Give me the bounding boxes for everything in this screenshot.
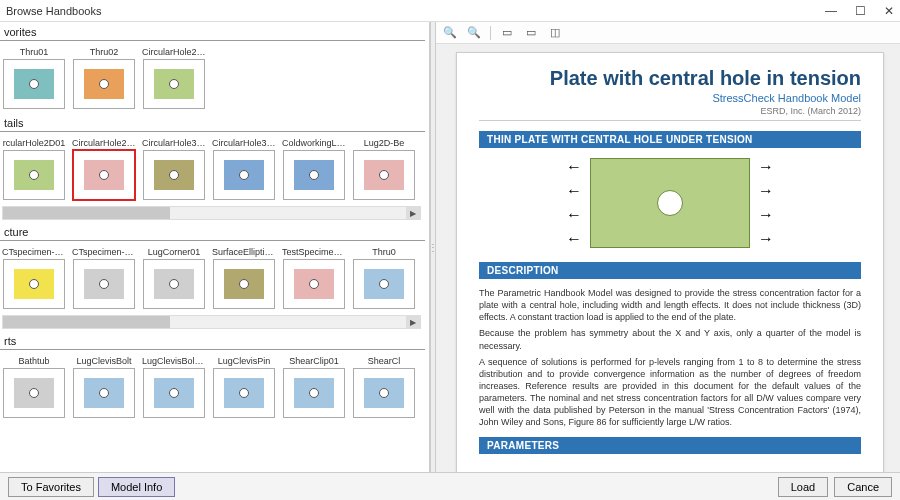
preview-pane: 🔍 🔍 ▭ ▭ ◫ Plate with central hole in ten… [436, 22, 900, 472]
arrow-left-icon: ← [566, 183, 582, 199]
close-button[interactable]: ✕ [884, 4, 894, 18]
section-heading-3: PARAMETERS [479, 437, 861, 454]
handbook-thumb[interactable]: CircularHole2D02 [72, 138, 136, 200]
thumb-image [283, 150, 345, 200]
handbook-thumb[interactable]: TestSpecimen01 [282, 247, 346, 309]
handbook-thumb[interactable]: Thru02 [72, 47, 136, 109]
handbook-thumb[interactable]: CircularHole3D02 [212, 138, 276, 200]
handbook-thumb[interactable]: Thru01 [2, 47, 66, 109]
thumb-label: TestSpecimen01 [282, 247, 346, 257]
arrow-right-icon: → [758, 159, 774, 175]
model-info-button[interactable]: Model Info [98, 477, 175, 497]
handbook-thumb[interactable]: CircularHole3D01 [142, 138, 206, 200]
thumb-image [73, 368, 135, 418]
handbook-thumb[interactable]: CTspecimen-2D [2, 247, 66, 309]
thumb-label: rcularHole2D01 [2, 138, 66, 148]
doc-subtitle: StressCheck Handbook Model [479, 92, 861, 104]
to-favorites-button[interactable]: To Favorites [8, 477, 94, 497]
handbook-thumb[interactable]: LugCorner01 [142, 247, 206, 309]
thumb-image [143, 368, 205, 418]
handbook-thumb[interactable]: CircularHole2D01 [142, 47, 206, 109]
handbook-thumb[interactable]: LugClevisPin [212, 356, 276, 418]
section-fracture: cture [0, 224, 425, 241]
minimize-button[interactable]: — [825, 4, 837, 18]
document-scroll[interactable]: Plate with central hole in tension Stres… [436, 44, 900, 472]
handbook-browser: vorites Thru01Thru02CircularHole2D01 tai… [0, 22, 430, 472]
section-heading-2: DESCRIPTION [479, 262, 861, 279]
fit-width-icon[interactable]: ▭ [523, 25, 539, 41]
handbook-thumb[interactable]: ColdworkingLug [282, 138, 346, 200]
thumb-label: LugClevisBolt [72, 356, 136, 366]
handbook-thumb[interactable]: Lug2D-Be [352, 138, 416, 200]
thumb-label: CTspecimen-2D [2, 247, 66, 257]
handbook-thumb[interactable]: LugClevisBolt [72, 356, 136, 418]
footer-bar: To Favorites Model Info Load Cance [0, 472, 900, 500]
arrow-right-icon: → [758, 207, 774, 223]
fit-page-icon[interactable]: ▭ [499, 25, 515, 41]
zoom-in-icon[interactable]: 🔍 [442, 25, 458, 41]
arrow-left-icon: ← [566, 159, 582, 175]
zoom-out-icon[interactable]: 🔍 [466, 25, 482, 41]
load-button[interactable]: Load [778, 477, 828, 497]
arrow-left-icon: ← [566, 231, 582, 247]
thumb-image [213, 150, 275, 200]
thumb-label: SurfaceElliptical01 [212, 247, 276, 257]
plate-diagram: ← ← ← ← → → → → [479, 158, 861, 248]
handbook-thumb[interactable]: rcularHole2D01 [2, 138, 66, 200]
thumb-image [353, 150, 415, 200]
thumb-label: LugClevisPin [212, 356, 276, 366]
maximize-button[interactable]: ☐ [855, 4, 866, 18]
thumb-label: CTspecimen-3D [72, 247, 136, 257]
right-arrows: → → → → [758, 159, 774, 247]
thumb-image [213, 368, 275, 418]
left-arrows: ← ← ← ← [566, 159, 582, 247]
handbook-thumb[interactable]: ShearClip01 [282, 356, 346, 418]
handbook-thumb[interactable]: ShearCl [352, 356, 416, 418]
thumb-image [3, 59, 65, 109]
arrow-right-icon: → [758, 183, 774, 199]
thumb-label: CircularHole3D02 [212, 138, 276, 148]
thumb-label: Thru0 [352, 247, 416, 257]
thumb-label: Lug2D-Be [352, 138, 416, 148]
handbook-thumb[interactable]: LugClevisBoltRotate [142, 356, 206, 418]
thumb-label: LugCorner01 [142, 247, 206, 257]
thumb-label: ShearClip01 [282, 356, 346, 366]
section-heading-1: THIN PLATE WITH CENTRAL HOLE UNDER TENSI… [479, 131, 861, 148]
thumb-image [73, 150, 135, 200]
handbook-thumb[interactable]: Bathtub [2, 356, 66, 418]
arrow-left-icon: ← [566, 207, 582, 223]
cancel-button[interactable]: Cance [834, 477, 892, 497]
section-favorites: vorites [0, 24, 425, 41]
window-title: Browse Handbooks [6, 5, 101, 17]
two-page-icon[interactable]: ◫ [547, 25, 563, 41]
hole-graphic [657, 190, 683, 216]
thumb-image [353, 368, 415, 418]
thumb-image [3, 150, 65, 200]
thumb-label: CircularHole2D01 [142, 47, 206, 57]
thumb-image [143, 59, 205, 109]
thumb-image [73, 59, 135, 109]
thumb-image [353, 259, 415, 309]
fracture-scrollbar[interactable]: ▶ [2, 315, 421, 329]
thumb-label: CircularHole2D02 [72, 138, 136, 148]
handbook-thumb[interactable]: Thru0 [352, 247, 416, 309]
thumb-image [283, 259, 345, 309]
details-scrollbar[interactable]: ▶ [2, 206, 421, 220]
thumb-label: Thru02 [72, 47, 136, 57]
doc-paragraph: Because the problem has symmetry about t… [479, 327, 861, 351]
title-bar: Browse Handbooks — ☐ ✕ [0, 0, 900, 22]
thumb-image [213, 259, 275, 309]
thumb-image [143, 150, 205, 200]
doc-title: Plate with central hole in tension [479, 67, 861, 90]
doc-paragraph: The Parametric Handbook Model was design… [479, 287, 861, 323]
thumb-image [3, 259, 65, 309]
handbook-thumb[interactable]: CTspecimen-3D [72, 247, 136, 309]
doc-paragraph: A sequence of solutions is performed for… [479, 356, 861, 429]
thumb-image [3, 368, 65, 418]
thumb-image [283, 368, 345, 418]
thumb-image [73, 259, 135, 309]
toolbar-separator [490, 26, 491, 40]
thumb-label: CircularHole3D01 [142, 138, 206, 148]
handbook-thumb[interactable]: SurfaceElliptical01 [212, 247, 276, 309]
arrow-right-icon: → [758, 231, 774, 247]
